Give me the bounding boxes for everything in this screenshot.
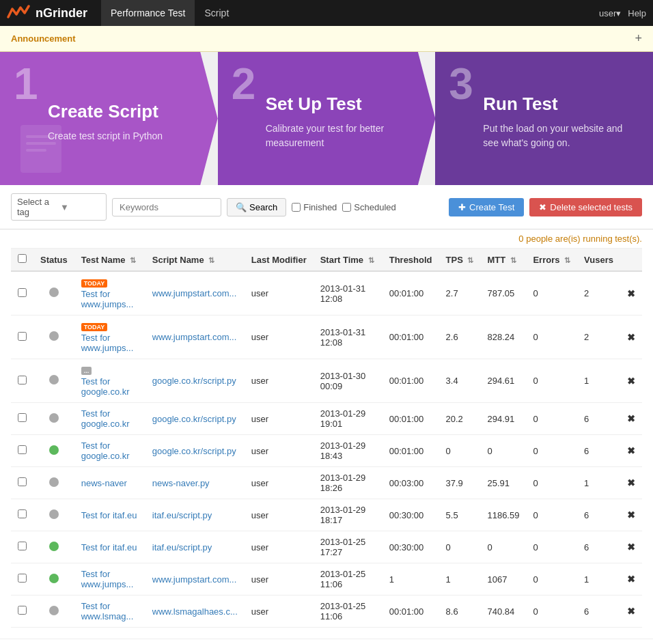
script-name-link[interactable]: google.co.kr/script.py bbox=[152, 414, 236, 424]
hero-step-2-desc: Calibrate your test for better measureme… bbox=[266, 122, 415, 150]
row-checkbox[interactable] bbox=[18, 332, 27, 341]
script-name-link[interactable]: itaf.eu/script.py bbox=[152, 510, 212, 520]
table-row: Test for www.jumps... www.jumpstart.com.… bbox=[11, 563, 642, 596]
row-delete-cell: ✖ bbox=[620, 563, 642, 596]
row-checkbox[interactable] bbox=[18, 413, 27, 422]
row-test-name-cell: Test for www.lsmag... bbox=[74, 596, 145, 628]
keywords-input[interactable] bbox=[112, 198, 221, 216]
row-vusers-cell: 1 bbox=[577, 467, 620, 499]
row-delete-cell: ✖ bbox=[620, 271, 642, 316]
delete-selected-button[interactable]: ✖ Delete selected tests bbox=[529, 198, 642, 216]
test-name-link[interactable]: Test for google.co.kr bbox=[81, 376, 130, 397]
script-name-link[interactable]: itaf.eu/script.py bbox=[152, 542, 212, 552]
table-row: Test for itaf.eu itaf.eu/script.py user … bbox=[11, 531, 642, 563]
delete-row-button[interactable]: ✖ bbox=[627, 288, 635, 299]
svg-rect-3 bbox=[26, 149, 46, 152]
script-name-link[interactable]: www.lsmagalhaes.c... bbox=[152, 606, 238, 617]
test-name-link[interactable]: Test for www.jumps... bbox=[81, 569, 134, 589]
th-mtt[interactable]: MTT ⇅ bbox=[480, 249, 526, 271]
search-button[interactable]: 🔍 Search bbox=[227, 198, 286, 216]
delete-row-button[interactable]: ✖ bbox=[627, 606, 635, 617]
test-name-link[interactable]: Test for itaf.eu bbox=[81, 510, 137, 520]
row-tps-cell: 0 bbox=[439, 435, 481, 467]
row-vusers-cell: 1 bbox=[577, 563, 620, 596]
row-test-name-cell: Test for google.co.kr bbox=[74, 403, 145, 435]
row-checkbox[interactable] bbox=[18, 376, 27, 384]
delete-row-button[interactable]: ✖ bbox=[627, 332, 635, 343]
row-test-name-cell: TODAYTest for www.jumps... bbox=[74, 316, 145, 359]
script-name-link[interactable]: google.co.kr/script.py bbox=[152, 376, 236, 386]
th-test-name[interactable]: Test Name ⇅ bbox=[74, 249, 145, 271]
delete-row-button[interactable]: ✖ bbox=[627, 445, 635, 456]
row-script-name-cell: google.co.kr/script.py bbox=[145, 435, 245, 467]
row-start-time-cell: 2013-01-31 12:08 bbox=[314, 271, 383, 316]
delete-row-button[interactable]: ✖ bbox=[627, 542, 635, 552]
script-name-link[interactable]: www.jumpstart.com... bbox=[152, 332, 237, 342]
test-name-link[interactable]: Test for itaf.eu bbox=[81, 542, 137, 552]
hero-step-1-number: 1 bbox=[14, 62, 38, 106]
logo[interactable]: nGrinder bbox=[7, 3, 87, 23]
script-name-link[interactable]: google.co.kr/script.py bbox=[152, 446, 236, 456]
test-name-link[interactable]: news-naver bbox=[81, 478, 127, 488]
delete-row-button[interactable]: ✖ bbox=[627, 477, 635, 488]
row-checkbox[interactable] bbox=[18, 509, 27, 518]
row-modifier-cell: user bbox=[245, 359, 314, 403]
test-name-link[interactable]: Test for www.jumps... bbox=[81, 289, 134, 309]
row-threshold-cell: 00:01:00 bbox=[383, 359, 439, 403]
status-dot bbox=[49, 509, 59, 519]
user-menu-button[interactable]: user▾ bbox=[599, 8, 621, 18]
row-test-name-cell: news-naver bbox=[74, 467, 145, 499]
test-name-link[interactable]: Test for google.co.kr bbox=[81, 440, 130, 461]
finished-checkbox-label[interactable]: Finished bbox=[292, 202, 337, 212]
hero-step-3-desc: Put the load on your website and see wha… bbox=[483, 122, 633, 150]
delete-row-button[interactable]: ✖ bbox=[627, 413, 635, 424]
help-link[interactable]: Help bbox=[628, 8, 646, 18]
row-mtt-cell: 828.24 bbox=[480, 316, 526, 359]
hero-step-1-desc: Create test script in Python bbox=[48, 129, 197, 143]
test-name-link[interactable]: Test for www.jumps... bbox=[81, 333, 134, 353]
th-errors[interactable]: Errors ⇅ bbox=[526, 249, 577, 271]
row-delete-cell: ✖ bbox=[620, 316, 642, 359]
delete-row-button[interactable]: ✖ bbox=[627, 509, 635, 520]
row-checkbox[interactable] bbox=[18, 288, 27, 297]
row-modifier-cell: user bbox=[245, 596, 314, 628]
row-checkbox[interactable] bbox=[18, 606, 27, 615]
row-checkbox[interactable] bbox=[18, 477, 27, 486]
table-row: Test for google.co.kr google.co.kr/scrip… bbox=[11, 403, 642, 435]
row-checkbox[interactable] bbox=[18, 574, 27, 583]
row-delete-cell: ✖ bbox=[620, 359, 642, 403]
row-status-cell bbox=[33, 596, 74, 628]
table-row: Test for itaf.eu itaf.eu/script.py user … bbox=[11, 499, 642, 531]
hero-step-3-title: Run Test bbox=[483, 94, 633, 115]
select-all-checkbox[interactable] bbox=[18, 254, 27, 263]
scheduled-checkbox[interactable] bbox=[342, 203, 351, 212]
hero-step-2-number: 2 bbox=[232, 62, 256, 106]
announcement-plus-button[interactable]: + bbox=[635, 31, 642, 46]
row-delete-cell: ✖ bbox=[620, 467, 642, 499]
hero-step-2: 2 Set Up Test Calibrate your test for be… bbox=[218, 52, 436, 185]
th-tps[interactable]: TPS ⇅ bbox=[439, 249, 481, 271]
nav-script[interactable]: Script bbox=[195, 0, 238, 26]
row-delete-cell: ✖ bbox=[620, 531, 642, 563]
row-mtt-cell: 740.84 bbox=[480, 596, 526, 628]
test-name-link[interactable]: Test for google.co.kr bbox=[81, 408, 130, 429]
nav-performance-test[interactable]: Performance Test bbox=[101, 0, 195, 26]
th-last-modifier: Last Modifier bbox=[245, 249, 314, 271]
row-status-cell bbox=[33, 359, 74, 403]
script-name-link[interactable]: news-naver.py bbox=[152, 478, 210, 488]
scheduled-checkbox-label[interactable]: Scheduled bbox=[342, 202, 395, 212]
th-start-time[interactable]: Start Time ⇅ bbox=[314, 249, 383, 271]
script-name-link[interactable]: www.jumpstart.com... bbox=[152, 288, 237, 298]
th-script-name[interactable]: Script Name ⇅ bbox=[145, 249, 245, 271]
row-mtt-cell: 1067 bbox=[480, 563, 526, 596]
row-checkbox[interactable] bbox=[18, 542, 27, 550]
row-checkbox[interactable] bbox=[18, 445, 27, 454]
delete-row-button[interactable]: ✖ bbox=[627, 376, 635, 387]
tag-select[interactable]: Select a tag ▼ bbox=[11, 193, 107, 221]
script-name-link[interactable]: www.jumpstart.com... bbox=[152, 574, 237, 585]
create-test-button[interactable]: ✚ Create Test bbox=[449, 198, 524, 216]
delete-row-button[interactable]: ✖ bbox=[627, 574, 635, 585]
search-icon: 🔍 bbox=[236, 202, 247, 212]
test-name-link[interactable]: Test for www.lsmag... bbox=[81, 601, 134, 621]
finished-checkbox[interactable] bbox=[292, 203, 301, 212]
